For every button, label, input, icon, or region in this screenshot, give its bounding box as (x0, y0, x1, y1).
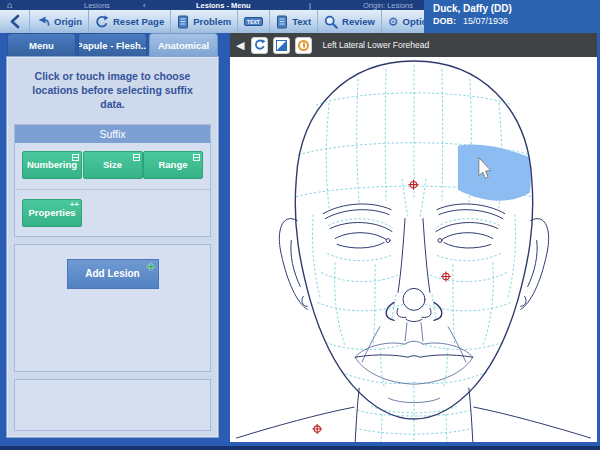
app-window: ⌂ Lesions ‹ Lesions - Menu | Origin: Les… (0, 0, 600, 450)
refresh-icon (95, 15, 109, 29)
numbering-button-label: Numbering (27, 159, 77, 170)
size-button-label: Size (103, 159, 122, 170)
origin-breadcrumb: Origin: Lesions (363, 1, 413, 10)
size-button[interactable]: Size (83, 151, 143, 179)
page-title: Lesions - Menu (196, 1, 251, 10)
dob-value: 15/07/1936 (463, 16, 508, 26)
tab-papule-flesh[interactable]: Papule - Flesh... (78, 33, 147, 56)
diagram-header: ◀ Left Lateral Lower Forehead (230, 33, 597, 57)
plus-icon: + (147, 259, 155, 274)
add-lesion-group: + Add Lesion (14, 244, 211, 372)
reset-page-button[interactable]: Reset Page (89, 10, 171, 33)
properties-button-label: Properties (29, 207, 76, 218)
gear-icon: ⚙ (388, 16, 399, 28)
breadcrumb-separator: ‹ (143, 1, 146, 10)
title-divider: | (309, 1, 311, 10)
suffix-header: Suffix (15, 125, 210, 143)
rotate-icon (254, 39, 266, 51)
tab-anatomical[interactable]: Anatomical (149, 33, 218, 56)
svg-text:TEXT: TEXT (247, 19, 260, 25)
magnifier-icon (324, 15, 338, 29)
range-button-label: Range (158, 159, 187, 170)
plus-plus-icon: ++ (70, 200, 79, 209)
diagram-area: ◀ Left Lateral Lower Forehead (230, 33, 597, 442)
back-chevron-icon (9, 14, 20, 29)
anatomical-mesh (296, 65, 531, 442)
anatomy-canvas[interactable] (230, 57, 597, 442)
origin-button-label: Origin (54, 16, 82, 27)
home-icon[interactable]: ⌂ (7, 0, 12, 10)
problem-button[interactable]: Problem (171, 10, 238, 33)
origin-button[interactable]: Origin (30, 10, 89, 33)
suffix-group: Suffix Numbering Size Range (14, 124, 211, 237)
document-icon (177, 15, 189, 29)
diagonal-fill-icon (276, 40, 287, 51)
info-button[interactable] (295, 37, 312, 54)
grid-icon (133, 154, 140, 161)
patient-info-panel: Duck, Daffy (DD) DOB:15/07/1936 (424, 0, 600, 33)
add-lesion-button[interactable]: + Add Lesion (67, 259, 159, 289)
problem-button-label: Problem (193, 16, 231, 27)
review-button[interactable]: Review (318, 10, 382, 33)
properties-button[interactable]: ++ Properties (22, 199, 82, 227)
toolbar: Origin Reset Page Problem TEXT (0, 10, 424, 33)
back-triangle-icon[interactable]: ◀ (236, 39, 244, 52)
add-lesion-button-label: Add Lesion (85, 268, 139, 279)
empty-group (14, 379, 211, 431)
lesion-markers (312, 180, 451, 434)
selected-region-highlight[interactable] (458, 145, 531, 201)
orientation-toggle-button[interactable] (273, 37, 290, 54)
tab-menu[interactable]: Menu (7, 33, 76, 56)
anatomical-panel: Click or touch image to choose locations… (6, 56, 219, 438)
location-label: Left Lateral Lower Forehead (322, 40, 429, 50)
range-button[interactable]: Range (143, 151, 203, 179)
reset-page-button-label: Reset Page (113, 16, 164, 27)
text-button-label: Text (292, 16, 311, 27)
text-button[interactable]: Text (270, 10, 318, 33)
instruction-text: Click or touch image to choose locations… (11, 61, 214, 124)
numbering-button[interactable]: Numbering (22, 151, 82, 179)
document-icon (276, 15, 288, 29)
rotate-reset-button[interactable] (251, 37, 268, 54)
sidebar: Menu Papule - Flesh... Anatomical Click … (6, 33, 219, 442)
text-field-button[interactable]: TEXT (238, 10, 270, 33)
back-button[interactable] (0, 10, 30, 33)
review-button-label: Review (342, 16, 375, 27)
face-diagram[interactable] (230, 57, 597, 442)
sidebar-tabs: Menu Papule - Flesh... Anatomical (6, 33, 219, 56)
grid-icon (193, 154, 200, 161)
undo-arrow-icon (36, 15, 50, 28)
face-outline (236, 61, 590, 442)
info-icon (298, 40, 309, 51)
text-field-icon: TEXT (244, 15, 263, 28)
window-bottom-edge (0, 446, 600, 450)
patient-name: Duck, Daffy (DD) (433, 3, 591, 14)
grid-icon (72, 154, 79, 161)
dob-label: DOB: (433, 16, 456, 26)
breadcrumb-lesions: Lesions (84, 1, 110, 10)
